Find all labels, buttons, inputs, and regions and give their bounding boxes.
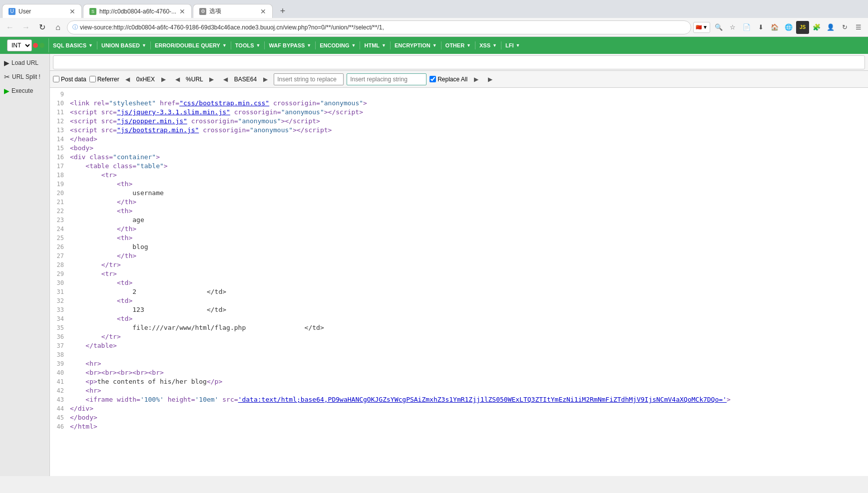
line-number: 36: [50, 332, 68, 341]
ext-sql-basics[interactable]: SQL BASICS▼: [49, 41, 97, 49]
left-arrow-hex[interactable]: ◀: [122, 74, 133, 85]
ext-html-dropdown: ▼: [382, 43, 386, 48]
find-replace-toolbar: Post data Referrer ◀ 0xHEX ▶ ◀ %URL ▶ ◀ …: [50, 71, 868, 88]
ext-other[interactable]: OTHER▼: [441, 41, 475, 49]
tab-source[interactable]: S http://c0db0804-a6fc-4760-... ✕: [83, 4, 192, 18]
ext-lfi[interactable]: LFI▼: [501, 41, 524, 49]
ext-tools[interactable]: TOOLS▼: [231, 41, 265, 49]
address-text: view-source:http://c0db0804-a6fc-4760-91…: [80, 24, 686, 31]
right-arrow-hex[interactable]: ▶: [158, 74, 169, 85]
source-line: 30 <td>: [50, 278, 868, 287]
line-number: 21: [50, 198, 68, 207]
back-button[interactable]: ←: [3, 20, 17, 34]
ext-xss[interactable]: XSS▼: [475, 41, 501, 49]
profile-icon[interactable]: 👤: [824, 21, 837, 34]
ext-waf-bypass-label: WAF BYPASS: [269, 42, 305, 48]
ext-other-label: OTHER: [445, 42, 465, 48]
referrer-label: Referrer: [97, 76, 119, 83]
replace-to-input[interactable]: [347, 73, 427, 85]
reload-button[interactable]: ↻: [35, 20, 49, 34]
source-view: 910<link rel="stylesheet" href="css/boot…: [50, 88, 868, 433]
execute-label: Execute: [11, 87, 33, 94]
ext-waf-bypass[interactable]: WAF BYPASS▼: [265, 41, 316, 49]
ext-union-based[interactable]: UNION BASED▼: [97, 41, 151, 49]
load-url-button[interactable]: ▶ Load URL: [0, 56, 49, 70]
referrer-checkbox[interactable]: [89, 76, 96, 82]
int-select[interactable]: INT: [7, 39, 32, 51]
source-content[interactable]: 910<link rel="stylesheet" href="css/boot…: [50, 88, 868, 476]
source-line: 37 </table>: [50, 341, 868, 350]
line-number: 20: [50, 189, 68, 198]
home-button[interactable]: ⌂: [51, 20, 65, 34]
ext-encryption[interactable]: ENCRYPTION▼: [391, 41, 441, 49]
download-icon[interactable]: ⬇: [754, 21, 767, 34]
source-line: 22 <th>: [50, 207, 868, 216]
source-line: 29 <tr>: [50, 269, 868, 278]
ext-int[interactable]: INT: [3, 38, 49, 52]
source-line: 41 <p>the contents of his/her blog</p>: [50, 377, 868, 386]
line-number: 18: [50, 171, 68, 180]
left-arrow-url[interactable]: ◀: [172, 74, 183, 85]
source-line: 35 file:///var/www/html/flag.php </td>: [50, 323, 868, 332]
left-arrow-base64[interactable]: ◀: [220, 74, 231, 85]
globe-icon[interactable]: 🌐: [782, 21, 795, 34]
tab-user[interactable]: U User ✕: [2, 4, 82, 18]
line-number: 29: [50, 269, 68, 278]
line-number: 14: [50, 135, 68, 144]
tab-source-favicon: S: [89, 8, 96, 15]
tab-source-close[interactable]: ✕: [179, 7, 185, 15]
search-bar-icon[interactable]: 🔍: [712, 21, 725, 34]
new-tab-button[interactable]: +: [276, 4, 290, 18]
js-icon[interactable]: JS: [796, 21, 809, 34]
address-bar[interactable]: ⓘ view-source:http://c0db0804-a6fc-4760-…: [67, 20, 691, 34]
bookmark-icon[interactable]: ☆: [726, 21, 739, 34]
tab-source-title: http://c0db0804-a6fc-4760-...: [99, 8, 176, 15]
line-number: 28: [50, 260, 68, 269]
source-line: 46</html>: [50, 422, 868, 431]
line-number: 35: [50, 323, 68, 332]
line-number: 33: [50, 305, 68, 314]
source-line: 20 username: [50, 189, 868, 198]
tab-options-close[interactable]: ✕: [260, 7, 266, 15]
referrer-checkbox-label: Referrer: [89, 76, 119, 83]
flag-icon: 🇨🇳: [696, 24, 702, 30]
source-line: 21 </th>: [50, 198, 868, 207]
replace-all-checkbox[interactable]: [430, 76, 436, 82]
tab-user-close[interactable]: ✕: [69, 7, 75, 15]
source-line: 42 <hr>: [50, 386, 868, 395]
ext1-icon[interactable]: 🧩: [810, 21, 823, 34]
ext-tools-dropdown: ▼: [256, 43, 261, 48]
line-number: 13: [50, 126, 68, 135]
split-url-button[interactable]: ✂ URL Split !: [0, 70, 49, 84]
forward-button[interactable]: →: [19, 20, 33, 34]
ext-encoding[interactable]: ENCODING▼: [316, 41, 360, 49]
tab-options[interactable]: ⚙ 选项 ✕: [193, 4, 273, 18]
execute-button[interactable]: ▶ Execute: [0, 84, 49, 98]
line-number: 41: [50, 377, 68, 386]
replace-right-arrow2[interactable]: ▶: [484, 74, 495, 85]
right-arrow-url[interactable]: ▶: [206, 74, 217, 85]
reader-icon[interactable]: 📄: [740, 21, 753, 34]
ext-tools-label: TOOLS: [235, 42, 254, 48]
replace-from-input[interactable]: [274, 73, 344, 85]
hex-label: 0xHEX: [136, 76, 155, 83]
ext-union-based-dropdown: ▼: [142, 43, 146, 48]
flag-button[interactable]: 🇨🇳 ▼: [693, 22, 710, 33]
post-data-checkbox[interactable]: [53, 76, 59, 82]
line-number: 31: [50, 287, 68, 296]
line-number: 23: [50, 216, 68, 225]
right-arrow-base64[interactable]: ▶: [260, 74, 271, 85]
menu-icon[interactable]: ☰: [852, 21, 865, 34]
tab-user-favicon: U: [8, 8, 15, 15]
source-line: 34 <td>: [50, 314, 868, 323]
ext-html[interactable]: HTML▼: [360, 41, 390, 49]
home2-icon[interactable]: 🏠: [768, 21, 781, 34]
replace-all-checkbox-label: Replace All: [430, 76, 467, 83]
replace-right-arrow[interactable]: ▶: [470, 74, 481, 85]
ext-encryption-label: ENCRYPTION: [395, 42, 431, 48]
source-line: 28 </tr>: [50, 260, 868, 269]
url-input[interactable]: [53, 55, 865, 69]
sync-icon[interactable]: ↻: [838, 21, 851, 34]
load-url-icon: ▶: [4, 59, 9, 67]
ext-error-double[interactable]: ERROR/DOUBLE QUERY▼: [151, 41, 231, 49]
